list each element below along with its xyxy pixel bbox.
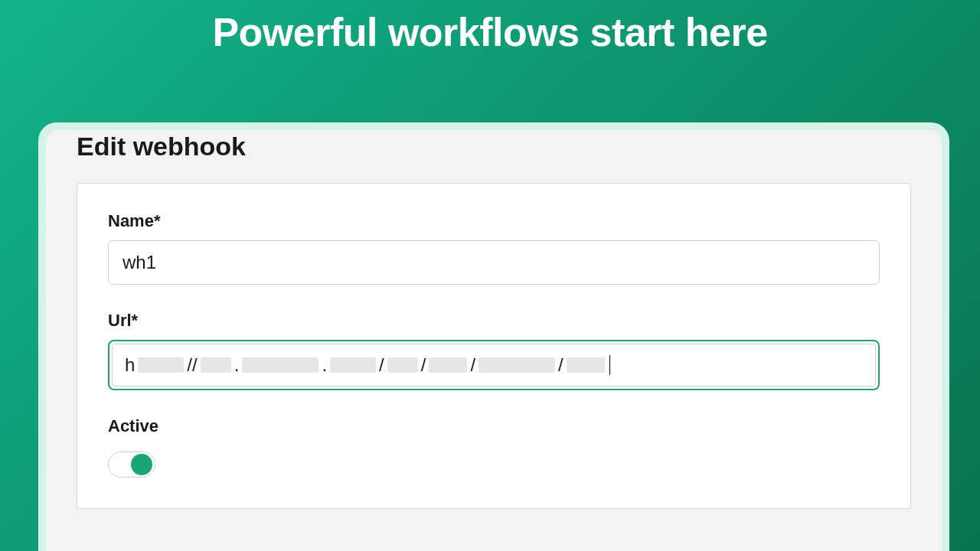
active-field-group: Active bbox=[108, 416, 880, 481]
name-label: Name* bbox=[108, 211, 880, 231]
panel-wrapper: Edit webhook Name* Url* h // . bbox=[38, 122, 949, 551]
url-input[interactable]: h // . . / / / bbox=[112, 344, 876, 386]
active-toggle[interactable] bbox=[108, 452, 155, 478]
active-label: Active bbox=[108, 416, 880, 436]
url-redacted-content: h // . . / / / bbox=[125, 354, 863, 377]
inner-panel: Edit webhook Name* Url* h // . bbox=[46, 130, 942, 551]
text-caret bbox=[609, 355, 610, 375]
hero-title: Powerful workflows start here bbox=[0, 0, 980, 55]
url-field-group: Url* h // . . / bbox=[108, 311, 880, 390]
toggle-knob bbox=[131, 454, 152, 475]
name-input[interactable] bbox=[108, 240, 880, 285]
form-card: Name* Url* h // . . bbox=[77, 183, 911, 509]
name-field-group: Name* bbox=[108, 211, 880, 285]
form-heading: Edit webhook bbox=[77, 130, 911, 183]
url-label: Url* bbox=[108, 311, 880, 331]
url-input-focus-ring: h // . . / / / bbox=[108, 340, 880, 390]
